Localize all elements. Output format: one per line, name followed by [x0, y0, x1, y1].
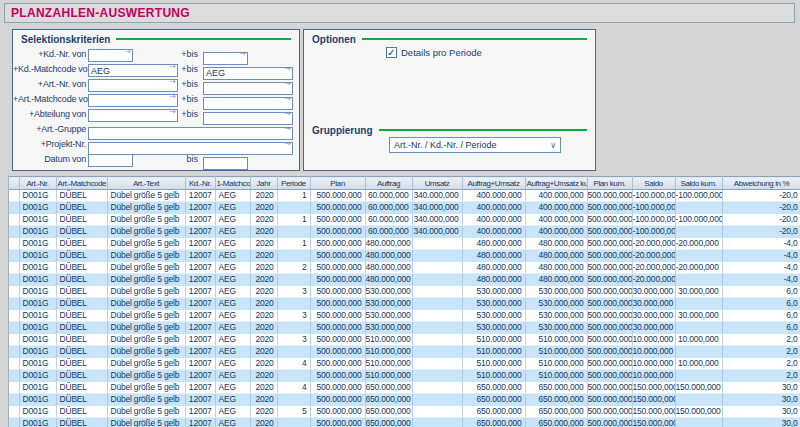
table-cell[interactable]: Dübel größe 5 gelb	[107, 370, 185, 382]
table-cell[interactable]: DÜBEL	[56, 286, 107, 298]
table-cell[interactable]: 4	[277, 358, 310, 370]
table-cell[interactable]: 650.000,000	[462, 382, 525, 394]
row-selector[interactable]	[9, 322, 19, 334]
table-cell[interactable]: 650.000,000	[462, 406, 525, 418]
table-cell[interactable]: 510.000,000	[462, 370, 525, 382]
table-cell[interactable]: 510.000,000	[462, 346, 525, 358]
table-cell[interactable]: DÜBEL	[56, 394, 107, 406]
table-cell[interactable]: 3	[277, 334, 310, 346]
table-cell[interactable]	[412, 394, 462, 406]
table-cell[interactable]: 530.000,000	[462, 298, 525, 310]
table-cell[interactable]: 500.000,000	[310, 238, 365, 250]
table-cell[interactable]: 510.000,000	[525, 346, 587, 358]
table-cell[interactable]: Dübel größe 5 gelb	[107, 406, 185, 418]
table-cell[interactable]: 340.000,000	[412, 214, 462, 226]
table-cell[interactable]: 2020	[250, 322, 277, 334]
table-cell[interactable]: DÜBEL	[56, 334, 107, 346]
table-cell[interactable]: AEG	[215, 250, 250, 262]
table-cell[interactable]: 650.000,000	[525, 394, 587, 406]
row-selector[interactable]	[9, 310, 19, 322]
table-cell[interactable]: 500.000,000	[310, 274, 365, 286]
table-cell[interactable]: 510.000,000	[462, 334, 525, 346]
table-cell[interactable]: 530.000,000	[365, 310, 412, 322]
table-cell[interactable]: 480.000,000	[365, 274, 412, 286]
row-selector[interactable]	[9, 346, 19, 358]
table-cell[interactable]: 480.000,000	[525, 238, 587, 250]
table-cell[interactable]: 2	[277, 262, 310, 274]
table-cell[interactable]: D001G	[19, 286, 56, 298]
table-cell[interactable]: 530.000,000	[462, 310, 525, 322]
table-cell[interactable]	[277, 418, 310, 427]
table-cell[interactable]: 10.000,000	[675, 334, 722, 346]
table-cell[interactable]: 500.000,000	[587, 298, 632, 310]
table-cell[interactable]	[412, 238, 462, 250]
table-cell[interactable]: 60.000,000	[365, 190, 412, 202]
table-cell[interactable]: 650.000,000	[365, 406, 412, 418]
table-cell[interactable]: 2020	[250, 406, 277, 418]
table-cell[interactable]: Dübel größe 5 gelb	[107, 226, 185, 238]
lookup-arrow-icon[interactable]: →	[239, 48, 246, 59]
table-cell[interactable]: -4,0	[722, 262, 800, 274]
table-cell[interactable]: 1	[277, 214, 310, 226]
table-cell[interactable]: 2020	[250, 274, 277, 286]
table-cell[interactable]: -20,0	[722, 190, 800, 202]
table-cell[interactable]: D001G	[19, 346, 56, 358]
table-cell[interactable]: 400.000,000	[525, 226, 587, 238]
table-cell[interactable]: 60.000,000	[365, 226, 412, 238]
table-cell[interactable]: -20,0	[722, 226, 800, 238]
table-cell[interactable]: D001G	[19, 214, 56, 226]
table-cell[interactable]: D001G	[19, 238, 56, 250]
table-cell[interactable]: 500.000,000	[587, 286, 632, 298]
table-cell[interactable]: 500.000,000	[587, 238, 632, 250]
table-cell[interactable]: Dübel größe 5 gelb	[107, 358, 185, 370]
table-cell[interactable]: 12007	[185, 274, 215, 286]
table-cell[interactable]: -100.000,000	[632, 214, 675, 226]
table-cell[interactable]: -20.000,000	[632, 250, 675, 262]
table-cell[interactable]: -4,0	[722, 238, 800, 250]
table-cell[interactable]: Dübel größe 5 gelb	[107, 394, 185, 406]
table-cell[interactable]: 480.000,000	[365, 262, 412, 274]
table-cell[interactable]: 510.000,000	[365, 358, 412, 370]
row-selector[interactable]	[9, 382, 19, 394]
abteilung-von-input[interactable]	[88, 109, 178, 122]
table-cell[interactable]: 650.000,000	[525, 382, 587, 394]
table-cell[interactable]: -100.000,000	[632, 202, 675, 214]
table-cell[interactable]: 30,0	[722, 394, 800, 406]
table-cell[interactable]: DÜBEL	[56, 298, 107, 310]
table-cell[interactable]: 30,0	[722, 382, 800, 394]
column-header[interactable]: Art.-Text	[107, 177, 185, 190]
table-cell[interactable]: Dübel größe 5 gelb	[107, 334, 185, 346]
table-cell[interactable]: 10.000,000	[632, 358, 675, 370]
table-cell[interactable]: Dübel größe 5 gelb	[107, 298, 185, 310]
lookup-arrow-icon[interactable]: →	[284, 63, 291, 74]
table-cell[interactable]: D001G	[19, 418, 56, 427]
table-cell[interactable]: DÜBEL	[56, 322, 107, 334]
table-cell[interactable]: 2020	[250, 250, 277, 262]
lookup-arrow-icon[interactable]: →	[169, 61, 176, 72]
table-cell[interactable]	[412, 250, 462, 262]
table-cell[interactable]: 12007	[185, 298, 215, 310]
table-cell[interactable]: 10.000,000	[632, 370, 675, 382]
table-cell[interactable]: 12007	[185, 418, 215, 427]
table-cell[interactable]: 500.000,000	[587, 370, 632, 382]
table-cell[interactable]: D001G	[19, 382, 56, 394]
row-selector[interactable]	[9, 250, 19, 262]
grouping-dropdown[interactable]: Art.-Nr. / Kd.-Nr. / Periode ∨	[389, 137, 561, 153]
table-cell[interactable]: -20.000,000	[632, 274, 675, 286]
table-cell[interactable]: 500.000,000	[310, 214, 365, 226]
table-cell[interactable]: 650.000,000	[365, 382, 412, 394]
table-cell[interactable]	[412, 334, 462, 346]
table-cell[interactable]	[412, 346, 462, 358]
row-selector[interactable]	[9, 394, 19, 406]
row-selector[interactable]	[9, 226, 19, 238]
table-cell[interactable]: 400.000,000	[525, 190, 587, 202]
table-cell[interactable]: AEG	[215, 406, 250, 418]
table-cell[interactable]: 510.000,000	[525, 334, 587, 346]
table-cell[interactable]: 2020	[250, 190, 277, 202]
table-cell[interactable]: DÜBEL	[56, 274, 107, 286]
table-cell[interactable]: 10.000,000	[632, 346, 675, 358]
table-cell[interactable]: D001G	[19, 334, 56, 346]
table-cell[interactable]: 530.000,000	[525, 298, 587, 310]
table-cell[interactable]: 12007	[185, 358, 215, 370]
table-cell[interactable]	[675, 202, 722, 214]
